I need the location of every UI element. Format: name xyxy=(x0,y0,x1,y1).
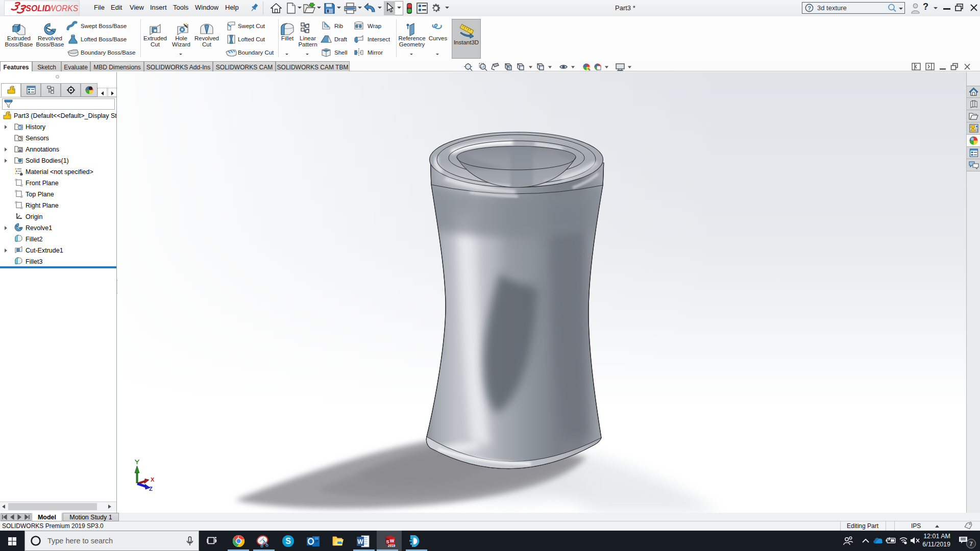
svg-text:WORKS: WORKS xyxy=(48,4,79,13)
svg-text:2019: 2019 xyxy=(388,544,396,547)
svg-text:S: S xyxy=(285,537,291,545)
svg-text:A: A xyxy=(19,148,21,152)
svg-text:X: X xyxy=(151,477,155,483)
svg-text:W: W xyxy=(390,538,395,543)
svg-text:Z: Z xyxy=(149,486,153,492)
svg-text:W: W xyxy=(357,538,363,545)
svg-text:?: ? xyxy=(807,5,811,11)
svg-text:SOLID: SOLID xyxy=(26,4,50,13)
